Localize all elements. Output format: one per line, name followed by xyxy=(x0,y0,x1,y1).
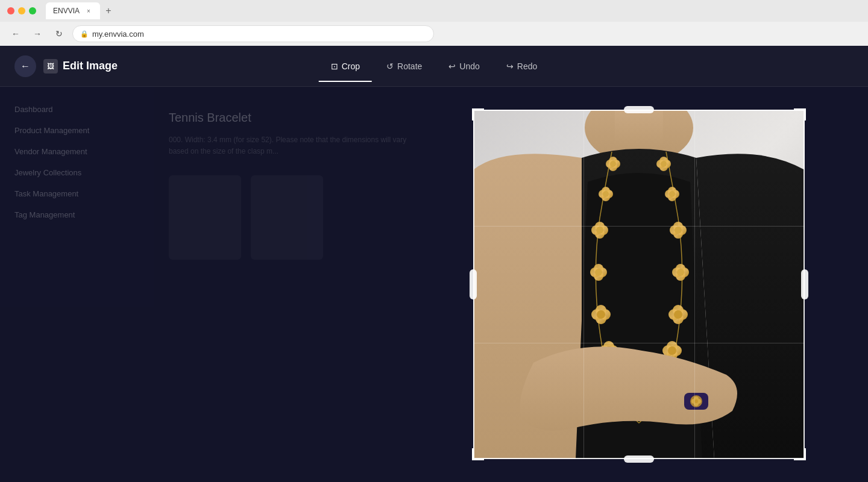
page-icon: 🖼 xyxy=(43,59,58,74)
undo-button[interactable]: ↩ Undo xyxy=(436,57,491,76)
address-bar[interactable]: 🔒 my.envvia.com xyxy=(72,25,434,42)
svg-point-62 xyxy=(668,346,676,355)
svg-point-52 xyxy=(674,310,682,319)
jewelry-image xyxy=(473,110,805,459)
traffic-lights xyxy=(7,7,36,14)
crop-corner-tl[interactable] xyxy=(472,108,484,120)
undo-label: Undo xyxy=(459,61,479,71)
crop-label: Crop xyxy=(342,61,360,71)
page-title: Edit Image xyxy=(63,60,118,72)
rotate-label: Rotate xyxy=(397,61,422,71)
bg-text-area: Tennis Bracelet 000. Width: 3.4 mm (for … xyxy=(169,111,410,260)
svg-point-47 xyxy=(597,310,605,319)
crop-button[interactable]: ⊡ Crop xyxy=(319,57,372,76)
crop-container[interactable] xyxy=(473,110,805,459)
back-button[interactable]: ← xyxy=(14,55,36,77)
thumbnail-1 xyxy=(169,175,241,260)
svg-point-12 xyxy=(661,161,667,167)
svg-point-17 xyxy=(603,191,609,197)
sidebar-item-product: Product Management xyxy=(0,120,145,141)
svg-point-7 xyxy=(610,161,616,167)
tab-close-button[interactable]: × xyxy=(84,7,93,15)
jewelry-svg xyxy=(473,110,805,459)
product-description-bg: 000. Width: 3.4 mm (for size 52). Please… xyxy=(169,134,410,157)
svg-point-42 xyxy=(677,269,684,276)
reload-button[interactable]: ↻ xyxy=(51,25,68,42)
sidebar-item-vendor: Vendor Management xyxy=(0,141,145,162)
crop-handle-right[interactable] xyxy=(801,269,808,299)
browser-tab[interactable]: ENVVIA × xyxy=(46,2,100,19)
traffic-light-red[interactable] xyxy=(7,7,14,14)
sidebar-item-task: Task Management xyxy=(0,183,145,204)
url-text: my.envvia.com xyxy=(92,30,144,39)
product-name-bg: Tennis Bracelet xyxy=(169,111,410,125)
back-nav-button[interactable]: ← xyxy=(7,25,24,42)
crop-handle-bottom[interactable] xyxy=(624,455,654,463)
editor-overlay xyxy=(410,87,868,482)
redo-icon: ↪ xyxy=(506,61,514,71)
rotate-button[interactable]: ↺ Rotate xyxy=(374,57,434,76)
toolbar-actions: ⊡ Crop ↺ Rotate ↩ Undo ↪ Redo xyxy=(319,57,550,76)
back-arrow-icon: ← xyxy=(20,61,30,72)
tab-title: ENVVIA xyxy=(53,7,80,15)
top-bar: ← 🖼 Edit Image ⊡ Crop ↺ Rotate ↩ Undo ↪ … xyxy=(0,46,868,87)
browser-chrome: ENVVIA × + xyxy=(0,0,868,22)
svg-point-37 xyxy=(595,269,602,276)
address-bar-row: ← → ↻ 🔒 my.envvia.com xyxy=(0,22,868,46)
tab-bar: ENVVIA × + xyxy=(46,2,117,19)
crop-corner-br[interactable] xyxy=(794,448,806,460)
redo-label: Redo xyxy=(517,61,537,71)
undo-icon: ↩ xyxy=(448,61,456,71)
new-tab-button[interactable]: + xyxy=(100,2,117,19)
crop-handle-left[interactable] xyxy=(470,269,477,299)
svg-point-22 xyxy=(669,191,675,197)
forward-nav-button[interactable]: → xyxy=(29,25,46,42)
crop-corner-bl[interactable] xyxy=(472,448,484,460)
svg-point-32 xyxy=(675,227,682,234)
svg-point-27 xyxy=(596,227,603,234)
redo-button[interactable]: ↪ Redo xyxy=(494,57,549,76)
crop-handle-top[interactable] xyxy=(624,106,654,113)
sidebar-item-tag: Tag Management xyxy=(0,204,145,225)
ssl-icon: 🔒 xyxy=(80,30,89,38)
sidebar-item-dashboard: Dashboard xyxy=(0,99,145,120)
crop-icon: ⊡ xyxy=(331,61,338,71)
svg-point-74 xyxy=(694,399,698,403)
rotate-icon: ↺ xyxy=(386,61,394,71)
bg-sidebar: Dashboard Product Management Vendor Mana… xyxy=(0,87,145,225)
crop-corner-tr[interactable] xyxy=(794,108,806,120)
app-area: ← 🖼 Edit Image ⊡ Crop ↺ Rotate ↩ Undo ↪ … xyxy=(0,46,868,482)
main-area: Dashboard Product Management Vendor Mana… xyxy=(0,87,868,482)
sidebar-item-jewelry: Jewelry Collections xyxy=(0,162,145,183)
edit-image-icon: 🖼 xyxy=(47,62,54,70)
traffic-light-green[interactable] xyxy=(29,7,36,14)
traffic-light-yellow[interactable] xyxy=(18,7,25,14)
thumbnail-2 xyxy=(251,175,323,260)
thumbnail-area xyxy=(169,175,410,260)
